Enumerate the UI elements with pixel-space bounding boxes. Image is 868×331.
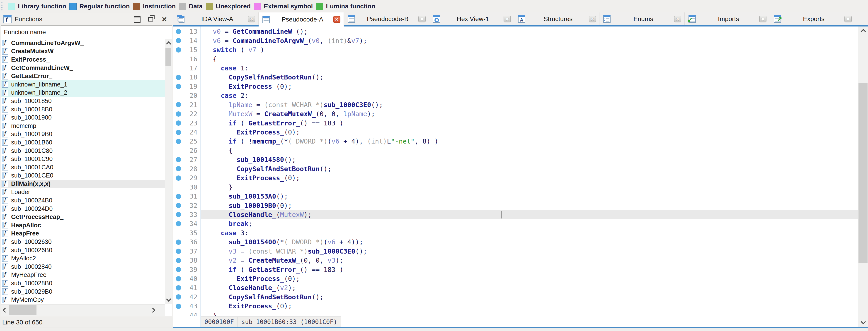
code-line[interactable]: 25 if ( !memcmp_(*(_DWORD *)(v6 + 4), (i… xyxy=(174,137,858,146)
breakpoint-dot[interactable] xyxy=(176,267,181,272)
scroll-up-arrow-icon[interactable] xyxy=(167,42,170,46)
code-line[interactable]: 29 ExitProcess_(0); xyxy=(174,173,858,183)
breakpoint-dot[interactable] xyxy=(176,102,181,107)
breakpoint-dot[interactable] xyxy=(176,285,181,291)
tab-close-button[interactable]: × xyxy=(418,15,426,23)
code-line[interactable]: 41 CloseHandle_(v2); xyxy=(174,283,858,292)
scroll-thumb[interactable] xyxy=(165,48,171,66)
breakpoint-dot[interactable] xyxy=(176,166,181,171)
code-line[interactable]: 36 sub_10015400(*(_DWORD *)(v6 + 4)); xyxy=(174,237,858,246)
breakpoint-dot[interactable] xyxy=(176,29,181,34)
list-horizontal-scrollbar[interactable] xyxy=(1,304,165,316)
pseudocode-editor[interactable]: 13 v0 = GetCommandLineW_();14 v6 = Comma… xyxy=(174,27,868,328)
breakpoint-cell[interactable] xyxy=(174,276,183,282)
breakpoint-cell[interactable] xyxy=(174,29,183,34)
breakpoint-dot[interactable] xyxy=(176,276,181,282)
breakpoint-cell[interactable] xyxy=(174,294,183,300)
breakpoint-dot[interactable] xyxy=(176,239,181,245)
function-row[interactable]: GetCommandLineW_ xyxy=(1,64,165,72)
close-button[interactable]: × xyxy=(160,15,168,23)
function-row[interactable]: DllMain(x,x,x) xyxy=(1,180,165,188)
code-line[interactable]: 42 CopySelfAndSetBootRun(); xyxy=(174,293,858,302)
breakpoint-dot[interactable] xyxy=(176,130,181,135)
function-row[interactable]: CreateMutexW_ xyxy=(1,47,165,56)
tab-close-button[interactable]: × xyxy=(844,15,852,23)
function-row[interactable]: sub_10001C90 xyxy=(1,155,165,163)
tab-close-button[interactable]: × xyxy=(674,15,681,23)
function-row[interactable]: sub_100019B0 xyxy=(1,130,165,138)
breakpoint-cell[interactable] xyxy=(174,102,183,107)
code-line[interactable]: 20 case 2: xyxy=(174,91,858,100)
editor-vertical-scrollbar[interactable] xyxy=(858,27,868,327)
breakpoint-cell[interactable] xyxy=(174,285,183,291)
scroll-left-arrow-icon[interactable] xyxy=(3,308,7,312)
breakpoint-cell[interactable] xyxy=(174,157,183,162)
function-row[interactable]: HeapFree_ xyxy=(1,230,165,238)
code-line[interactable]: 40 ExitProcess_(0); xyxy=(174,274,858,283)
code-line[interactable]: 31 sub_100153A0(); xyxy=(174,192,858,201)
code-line[interactable]: 44 } xyxy=(174,311,858,316)
tab-close-button[interactable]: × xyxy=(503,15,511,23)
function-row[interactable]: MyMemCpy xyxy=(1,296,165,304)
column-header-function-name[interactable]: Function name xyxy=(1,26,172,38)
maximize-button[interactable] xyxy=(133,15,141,23)
code-line[interactable]: 38 v2 = CreateMutexW_(0, 0, v3); xyxy=(174,256,858,265)
code-line[interactable]: 19 ExitProcess_(0); xyxy=(174,82,858,91)
functions-panel-titlebar[interactable]: Functions × xyxy=(0,13,173,25)
function-row[interactable]: sub_100024B0 xyxy=(1,196,165,205)
function-row[interactable]: CommandLineToArgvW_ xyxy=(1,39,165,47)
breakpoint-dot[interactable] xyxy=(176,258,181,263)
breakpoint-cell[interactable] xyxy=(174,175,183,181)
code-line[interactable]: 34 break; xyxy=(174,219,858,228)
breakpoint-cell[interactable] xyxy=(174,75,183,80)
tab-hex-view-1[interactable]: Hex View-1× xyxy=(429,12,514,25)
breakpoint-cell[interactable] xyxy=(174,258,183,263)
function-row[interactable]: memcmp_ xyxy=(1,122,165,130)
breakpoint-dot[interactable] xyxy=(176,249,181,254)
function-row[interactable]: ExitProcess_ xyxy=(1,56,165,64)
breakpoint-dot[interactable] xyxy=(176,203,181,208)
breakpoint-dot[interactable] xyxy=(176,304,181,309)
list-vertical-scrollbar[interactable] xyxy=(165,39,172,304)
breakpoint-dot[interactable] xyxy=(176,75,181,80)
code-line[interactable]: 43 ExitProcess_(0); xyxy=(174,302,858,310)
tab-close-button[interactable]: × xyxy=(248,15,255,23)
function-row[interactable]: GetLastError_ xyxy=(1,72,165,80)
breakpoint-cell[interactable] xyxy=(174,139,183,144)
breakpoint-dot[interactable] xyxy=(176,194,181,199)
scroll-up-arrow-icon[interactable] xyxy=(861,30,865,33)
breakpoint-dot[interactable] xyxy=(176,157,181,162)
function-row[interactable]: sub_10002840 xyxy=(1,263,165,271)
breakpoint-cell[interactable] xyxy=(174,166,183,171)
function-row[interactable]: sub_100028B0 xyxy=(1,279,165,288)
breakpoint-cell[interactable] xyxy=(174,203,183,208)
function-row[interactable]: sub_100024D0 xyxy=(1,205,165,213)
scroll-thumb[interactable] xyxy=(9,305,36,315)
tab-pseudocode-a[interactable]: Pseudocode-A× xyxy=(258,12,344,27)
function-row[interactable]: sub_10001850 xyxy=(1,97,165,105)
breakpoint-dot[interactable] xyxy=(176,121,181,126)
breakpoint-cell[interactable] xyxy=(174,121,183,126)
code-line[interactable]: 30 } xyxy=(174,183,858,192)
breakpoint-dot[interactable] xyxy=(176,175,181,181)
code-line[interactable]: 15 switch ( v7 ) xyxy=(174,45,858,54)
breakpoint-dot[interactable] xyxy=(176,38,181,43)
toolbar-drag-handle[interactable] xyxy=(1,2,4,10)
code-line[interactable]: 16 { xyxy=(174,54,858,63)
breakpoint-cell[interactable] xyxy=(174,212,183,217)
scroll-thumb[interactable] xyxy=(859,83,868,263)
code-line[interactable]: 22 MutexW = CreateMutexW_(0, 0, lpName); xyxy=(174,109,858,119)
breakpoint-cell[interactable] xyxy=(174,38,183,43)
code-line[interactable]: 24 ExitProcess_(0); xyxy=(174,128,858,137)
code-line[interactable]: 18 CopySelfAndSetBootRun(); xyxy=(174,73,858,82)
breakpoint-cell[interactable] xyxy=(174,239,183,245)
function-row[interactable]: HeapAlloc_ xyxy=(1,221,165,230)
function-row[interactable]: Loader xyxy=(1,188,165,197)
tab-close-button[interactable]: × xyxy=(589,15,596,23)
function-row[interactable]: sub_100026B0 xyxy=(1,246,165,255)
breakpoint-dot[interactable] xyxy=(176,221,181,226)
tab-structures[interactable]: Structures× xyxy=(514,12,599,25)
function-row[interactable]: sub_100018B0 xyxy=(1,105,165,114)
code-line[interactable]: 37 v3 = (const WCHAR *)sub_1000C3E0(); xyxy=(174,247,858,256)
tab-close-button[interactable]: × xyxy=(333,16,340,23)
